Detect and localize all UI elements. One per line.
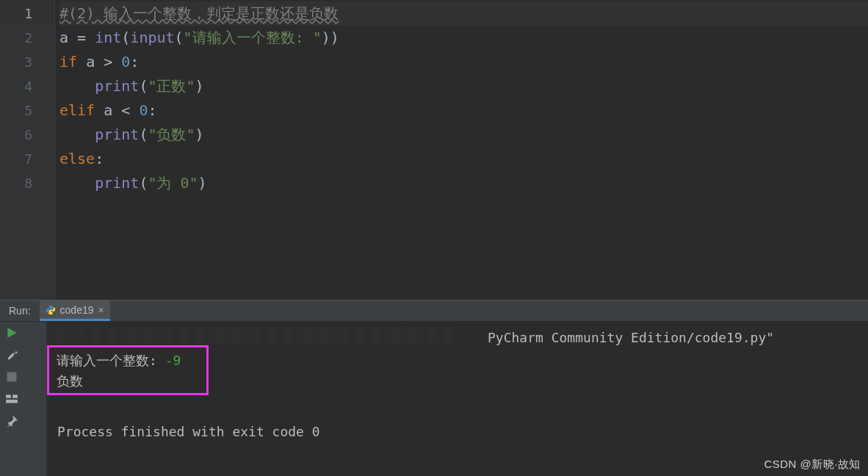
rerun-icon[interactable] bbox=[5, 326, 18, 339]
run-panel-header: Run: code19 × bbox=[0, 300, 868, 322]
gutter-line: 4 bbox=[0, 74, 54, 98]
code-area[interactable]: #(2) 输入一个整数，判定是正数还是负数 a = int(input("请输入… bbox=[55, 0, 868, 300]
gutter-line: 1 bbox=[0, 1, 54, 26]
code-token: : bbox=[148, 101, 156, 119]
code-token: "正数" bbox=[148, 77, 195, 95]
svg-rect-3 bbox=[6, 400, 18, 403]
code-line-4[interactable]: print("正数") bbox=[59, 74, 868, 98]
code-token: a < bbox=[95, 101, 139, 119]
code-line-3[interactable]: if a > 0: bbox=[59, 50, 868, 74]
code-token: a > bbox=[77, 53, 121, 71]
code-line-7[interactable]: else: bbox=[59, 147, 868, 171]
process-exit-line: Process finished with exit code 0 bbox=[57, 422, 320, 442]
console-output[interactable]: PyCharm Community Edition/code19.py" 请输入… bbox=[47, 322, 868, 476]
code-token: a = bbox=[59, 29, 95, 46]
gutter-line: 5 bbox=[0, 98, 54, 123]
code-editor: 1 2 3 4 5 6 7 8 #(2) 输入一个整数，判定是正数还是负数 a … bbox=[0, 0, 868, 300]
code-token: input bbox=[130, 29, 174, 46]
code-token: 0 bbox=[121, 53, 130, 71]
run-toolbar-right bbox=[23, 322, 47, 476]
code-token: else bbox=[59, 150, 95, 167]
svg-rect-0 bbox=[7, 372, 17, 382]
line-number-gutter[interactable]: 1 2 3 4 5 6 7 8 bbox=[0, 0, 55, 300]
svg-rect-1 bbox=[6, 394, 11, 398]
run-toolbar-left bbox=[0, 322, 23, 476]
code-token: elif bbox=[59, 101, 95, 119]
console-prompt-line: 请输入一个整数: -9 bbox=[57, 350, 199, 371]
gutter-line: 2 bbox=[0, 26, 54, 50]
wrench-icon[interactable] bbox=[5, 348, 18, 361]
run-panel: PyCharm Community Edition/code19.py" 请输入… bbox=[0, 322, 868, 476]
code-token: if bbox=[59, 53, 77, 71]
close-icon[interactable]: × bbox=[98, 304, 104, 316]
input-prompt: 请输入一个整数: bbox=[57, 353, 165, 368]
code-token: 0 bbox=[139, 101, 148, 119]
code-token: print bbox=[95, 174, 139, 192]
code-line-6[interactable]: print("负数") bbox=[59, 123, 868, 147]
run-tab-label: code19 bbox=[60, 304, 94, 316]
code-line-2[interactable]: a = int(input("请输入一个整数: ")) bbox=[59, 26, 868, 50]
user-entered-value: -9 bbox=[165, 353, 181, 368]
code-token: "请输入一个整数: " bbox=[184, 29, 322, 46]
console-result-line: 负数 bbox=[57, 371, 199, 392]
layout-icon[interactable] bbox=[5, 392, 18, 405]
svg-rect-2 bbox=[12, 394, 18, 398]
redacted-command-path bbox=[47, 328, 458, 344]
stop-icon[interactable] bbox=[5, 370, 18, 383]
run-tab[interactable]: code19 × bbox=[40, 300, 110, 321]
gutter-line: 7 bbox=[0, 147, 54, 171]
code-token: "为 0" bbox=[148, 174, 198, 192]
pin-icon[interactable] bbox=[5, 414, 18, 428]
command-path-tail: PyCharm Community Edition/code19.py" bbox=[488, 328, 774, 348]
code-token: : bbox=[95, 150, 104, 167]
code-token: print bbox=[95, 77, 139, 95]
code-line-8[interactable]: print("为 0") bbox=[59, 171, 868, 195]
comment-text: #(2) 输入一个整数，判定是正数还是负数 bbox=[59, 4, 339, 22]
code-token: : bbox=[130, 53, 139, 71]
gutter-line: 3 bbox=[0, 50, 54, 74]
csdn-watermark: CSDN @新晓·故知 bbox=[764, 458, 861, 472]
code-token: "负数" bbox=[148, 126, 195, 143]
code-token: int bbox=[95, 29, 121, 46]
code-line-1[interactable]: #(2) 输入一个整数，判定是正数还是负数 bbox=[59, 1, 868, 26]
code-token: print bbox=[95, 126, 139, 143]
python-icon bbox=[46, 305, 56, 315]
run-panel-label: Run: bbox=[0, 305, 40, 317]
gutter-line: 6 bbox=[0, 123, 54, 147]
code-line-5[interactable]: elif a < 0: bbox=[59, 98, 868, 123]
gutter-line: 8 bbox=[0, 171, 54, 195]
highlighted-output-box: 请输入一个整数: -9 负数 bbox=[47, 345, 209, 395]
